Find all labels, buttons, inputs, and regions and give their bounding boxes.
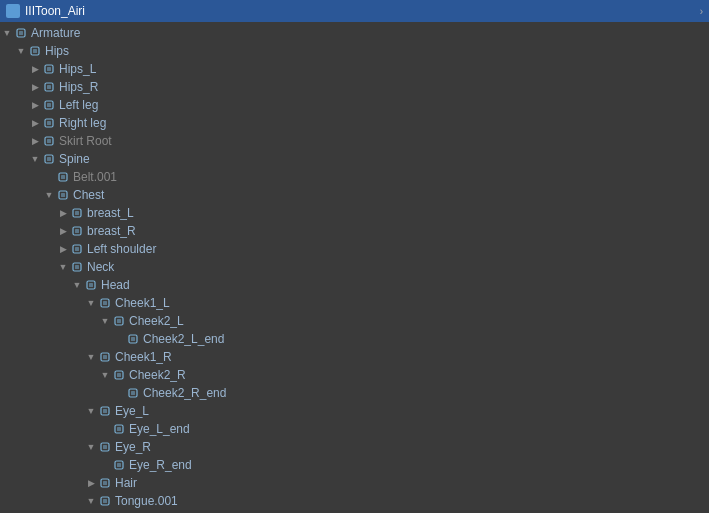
tree-item-right_leg[interactable]: Right leg — [0, 114, 709, 132]
tree-arrow[interactable] — [42, 168, 56, 186]
tree-arrow[interactable] — [56, 258, 70, 276]
bone-icon — [98, 476, 112, 490]
tree-arrow[interactable] — [28, 114, 42, 132]
tree-item-spine[interactable]: Spine — [0, 150, 709, 168]
tree-arrow[interactable] — [56, 240, 70, 258]
tree-item-cheek2_r[interactable]: Cheek2_R — [0, 366, 709, 384]
tree-item-cheek1_l[interactable]: Cheek1_L — [0, 294, 709, 312]
svg-rect-47 — [103, 445, 107, 449]
item-label: Belt.001 — [73, 170, 117, 184]
tree-arrow[interactable] — [28, 96, 42, 114]
tree-item-breast_r[interactable]: breast_R — [0, 222, 709, 240]
item-label: Cheek2_L_end — [143, 332, 224, 346]
item-label: Hips — [45, 44, 69, 58]
bone-icon — [70, 260, 84, 274]
bone-icon — [98, 350, 112, 364]
tree-arrow[interactable] — [98, 456, 112, 474]
tree-arrow[interactable] — [42, 186, 56, 204]
tree-item-left_shoulder[interactable]: Left shoulder — [0, 240, 709, 258]
tree-arrow[interactable] — [84, 492, 98, 510]
item-label: Right leg — [59, 116, 106, 130]
tree-arrow[interactable] — [28, 150, 42, 168]
tree-item-armature[interactable]: Armature — [0, 24, 709, 42]
tree-arrow[interactable] — [84, 402, 98, 420]
svg-rect-3 — [33, 49, 37, 53]
tree-item-hips_l[interactable]: Hips_L — [0, 60, 709, 78]
bone-icon — [14, 26, 28, 40]
tree-arrow[interactable] — [0, 24, 14, 42]
svg-rect-19 — [61, 193, 65, 197]
svg-rect-25 — [75, 247, 79, 251]
tree-item-skirt_root[interactable]: Skirt Root — [0, 132, 709, 150]
svg-rect-5 — [47, 67, 51, 71]
tree-arrow[interactable] — [56, 204, 70, 222]
tree-item-cheek2_l[interactable]: Cheek2_L — [0, 312, 709, 330]
item-label: breast_R — [87, 224, 136, 238]
bone-icon — [126, 386, 140, 400]
tree-item-hips[interactable]: Hips — [0, 42, 709, 60]
bone-icon — [56, 170, 70, 184]
item-label: Hips_R — [59, 80, 98, 94]
tree-arrow[interactable] — [56, 222, 70, 240]
tree-item-eye_l_end[interactable]: Eye_L_end — [0, 420, 709, 438]
bone-icon — [98, 494, 112, 508]
tree-item-eye_l[interactable]: Eye_L — [0, 402, 709, 420]
tree-arrow[interactable] — [112, 330, 126, 348]
item-label: Eye_L_end — [129, 422, 190, 436]
tree-arrow[interactable] — [84, 348, 98, 366]
tree-item-eye_r[interactable]: Eye_R — [0, 438, 709, 456]
item-label: Eye_L — [115, 404, 149, 418]
bone-icon — [112, 458, 126, 472]
item-label: Cheek2_R_end — [143, 386, 226, 400]
tree-item-cheek1_r[interactable]: Cheek1_R — [0, 348, 709, 366]
tree-item-breast_l[interactable]: breast_L — [0, 204, 709, 222]
item-label: Tongue.001 — [115, 494, 178, 508]
tree-item-head[interactable]: Head — [0, 276, 709, 294]
titlebar-icon — [6, 4, 20, 18]
tree-arrow[interactable] — [112, 384, 126, 402]
tree-container: Armature Hips Hips_L Hips_R Left leg Rig… — [0, 22, 709, 513]
tree-item-hips_r[interactable]: Hips_R — [0, 78, 709, 96]
svg-rect-41 — [131, 391, 135, 395]
bone-icon — [112, 368, 126, 382]
tree-arrow[interactable] — [84, 474, 98, 492]
svg-rect-7 — [47, 85, 51, 89]
svg-rect-33 — [117, 319, 121, 323]
tree-arrow[interactable] — [84, 438, 98, 456]
tree-arrow[interactable] — [98, 312, 112, 330]
svg-rect-43 — [103, 409, 107, 413]
bone-icon — [42, 116, 56, 130]
tree-arrow[interactable] — [28, 60, 42, 78]
tree-arrow[interactable] — [14, 42, 28, 60]
tree-item-belt_001[interactable]: Belt.001 — [0, 168, 709, 186]
tree-item-tongue_001[interactable]: Tongue.001 — [0, 492, 709, 510]
item-label: Armature — [31, 26, 80, 40]
tree-item-cheek2_l_end[interactable]: Cheek2_L_end — [0, 330, 709, 348]
bone-icon — [98, 296, 112, 310]
tree-arrow[interactable] — [98, 366, 112, 384]
bone-icon — [42, 152, 56, 166]
tree-item-chest[interactable]: Chest — [0, 186, 709, 204]
tree-item-left_leg[interactable]: Left leg — [0, 96, 709, 114]
tree-arrow[interactable] — [28, 78, 42, 96]
svg-rect-29 — [89, 283, 93, 287]
svg-rect-51 — [103, 481, 107, 485]
tree-item-eye_r_end[interactable]: Eye_R_end — [0, 456, 709, 474]
svg-rect-13 — [47, 139, 51, 143]
item-label: Cheek2_R — [129, 368, 186, 382]
item-label: Chest — [73, 188, 104, 202]
tree-item-neck[interactable]: Neck — [0, 258, 709, 276]
tree-item-cheek2_r_end[interactable]: Cheek2_R_end — [0, 384, 709, 402]
item-label: Cheek1_R — [115, 350, 172, 364]
svg-rect-45 — [117, 427, 121, 431]
svg-rect-15 — [47, 157, 51, 161]
tree-arrow[interactable] — [70, 276, 84, 294]
tree-arrow[interactable] — [98, 420, 112, 438]
bone-icon — [70, 206, 84, 220]
tree-item-hair[interactable]: Hair — [0, 474, 709, 492]
tree-arrow[interactable] — [84, 294, 98, 312]
item-label: Cheek2_L — [129, 314, 184, 328]
tree-arrow[interactable] — [28, 132, 42, 150]
svg-rect-31 — [103, 301, 107, 305]
bone-icon — [42, 80, 56, 94]
